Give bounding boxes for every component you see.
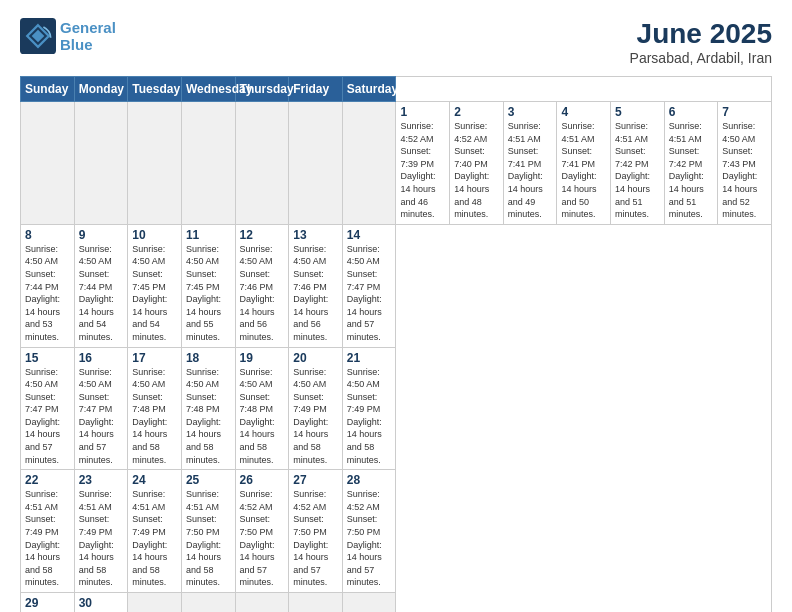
table-row <box>235 102 289 225</box>
table-row: 21Sunrise: 4:50 AMSunset: 7:49 PMDayligh… <box>342 347 396 470</box>
table-row: 13Sunrise: 4:50 AMSunset: 7:46 PMDayligh… <box>289 224 343 347</box>
table-row: 25Sunrise: 4:51 AMSunset: 7:50 PMDayligh… <box>181 470 235 593</box>
table-row: 15Sunrise: 4:50 AMSunset: 7:47 PMDayligh… <box>21 347 75 470</box>
table-row: 26Sunrise: 4:52 AMSunset: 7:50 PMDayligh… <box>235 470 289 593</box>
day-info: Sunrise: 4:50 AMSunset: 7:48 PMDaylight:… <box>186 366 231 467</box>
calendar-week-row: 8Sunrise: 4:50 AMSunset: 7:44 PMDaylight… <box>21 224 772 347</box>
day-number: 17 <box>132 351 177 365</box>
day-info: Sunrise: 4:51 AMSunset: 7:42 PMDaylight:… <box>669 120 714 221</box>
table-row: 16Sunrise: 4:50 AMSunset: 7:47 PMDayligh… <box>74 347 128 470</box>
calendar-header-row: Sunday Monday Tuesday Wednesday Thursday… <box>21 77 772 102</box>
table-row: 5Sunrise: 4:51 AMSunset: 7:42 PMDaylight… <box>611 102 665 225</box>
day-info: Sunrise: 4:52 AMSunset: 7:50 PMDaylight:… <box>240 488 285 589</box>
day-info: Sunrise: 4:50 AMSunset: 7:44 PMDaylight:… <box>25 243 70 344</box>
day-number: 25 <box>186 473 231 487</box>
table-row <box>181 102 235 225</box>
day-number: 19 <box>240 351 285 365</box>
day-info: Sunrise: 4:50 AMSunset: 7:47 PMDaylight:… <box>347 243 392 344</box>
day-info: Sunrise: 4:50 AMSunset: 7:43 PMDaylight:… <box>722 120 767 221</box>
day-number: 7 <box>722 105 767 119</box>
day-number: 14 <box>347 228 392 242</box>
day-number: 3 <box>508 105 553 119</box>
day-number: 30 <box>79 596 124 610</box>
day-info: Sunrise: 4:50 AMSunset: 7:44 PMDaylight:… <box>79 243 124 344</box>
day-info: Sunrise: 4:50 AMSunset: 7:46 PMDaylight:… <box>293 243 338 344</box>
day-info: Sunrise: 4:51 AMSunset: 7:49 PMDaylight:… <box>79 488 124 589</box>
table-row: 4Sunrise: 4:51 AMSunset: 7:41 PMDaylight… <box>557 102 611 225</box>
table-row: 9Sunrise: 4:50 AMSunset: 7:44 PMDaylight… <box>74 224 128 347</box>
day-number: 6 <box>669 105 714 119</box>
table-row <box>342 102 396 225</box>
table-row: 3Sunrise: 4:51 AMSunset: 7:41 PMDaylight… <box>503 102 557 225</box>
logo-icon <box>20 18 56 54</box>
col-tuesday: Tuesday <box>128 77 182 102</box>
table-row: 29Sunrise: 4:53 AMSunset: 7:50 PMDayligh… <box>21 593 75 613</box>
day-info: Sunrise: 4:50 AMSunset: 7:48 PMDaylight:… <box>132 366 177 467</box>
day-number: 28 <box>347 473 392 487</box>
day-info: Sunrise: 4:50 AMSunset: 7:48 PMDaylight:… <box>240 366 285 467</box>
calendar-table: Sunday Monday Tuesday Wednesday Thursday… <box>20 76 772 612</box>
day-number: 4 <box>561 105 606 119</box>
day-info: Sunrise: 4:50 AMSunset: 7:45 PMDaylight:… <box>186 243 231 344</box>
table-row <box>74 102 128 225</box>
day-number: 16 <box>79 351 124 365</box>
day-number: 26 <box>240 473 285 487</box>
table-row: 23Sunrise: 4:51 AMSunset: 7:49 PMDayligh… <box>74 470 128 593</box>
col-wednesday: Wednesday <box>181 77 235 102</box>
main-title: June 2025 <box>630 18 772 50</box>
table-row <box>289 593 343 613</box>
calendar-week-row: 29Sunrise: 4:53 AMSunset: 7:50 PMDayligh… <box>21 593 772 613</box>
day-number: 10 <box>132 228 177 242</box>
table-row: 14Sunrise: 4:50 AMSunset: 7:47 PMDayligh… <box>342 224 396 347</box>
day-info: Sunrise: 4:51 AMSunset: 7:49 PMDaylight:… <box>132 488 177 589</box>
table-row: 2Sunrise: 4:52 AMSunset: 7:40 PMDaylight… <box>450 102 504 225</box>
day-number: 22 <box>25 473 70 487</box>
table-row: 7Sunrise: 4:50 AMSunset: 7:43 PMDaylight… <box>718 102 772 225</box>
day-info: Sunrise: 4:50 AMSunset: 7:47 PMDaylight:… <box>25 366 70 467</box>
day-number: 11 <box>186 228 231 242</box>
day-info: Sunrise: 4:51 AMSunset: 7:41 PMDaylight:… <box>508 120 553 221</box>
col-saturday: Saturday <box>342 77 396 102</box>
day-number: 20 <box>293 351 338 365</box>
page: General Blue June 2025 Parsabad, Ardabil… <box>0 0 792 612</box>
table-row: 24Sunrise: 4:51 AMSunset: 7:49 PMDayligh… <box>128 470 182 593</box>
day-info: Sunrise: 4:50 AMSunset: 7:47 PMDaylight:… <box>79 366 124 467</box>
day-info: Sunrise: 4:52 AMSunset: 7:40 PMDaylight:… <box>454 120 499 221</box>
table-row: 1Sunrise: 4:52 AMSunset: 7:39 PMDaylight… <box>396 102 450 225</box>
day-info: Sunrise: 4:50 AMSunset: 7:49 PMDaylight:… <box>347 366 392 467</box>
logo: General Blue <box>20 18 116 54</box>
day-info: Sunrise: 4:51 AMSunset: 7:49 PMDaylight:… <box>25 488 70 589</box>
day-number: 15 <box>25 351 70 365</box>
day-info: Sunrise: 4:50 AMSunset: 7:49 PMDaylight:… <box>293 366 338 467</box>
table-row: 28Sunrise: 4:52 AMSunset: 7:50 PMDayligh… <box>342 470 396 593</box>
table-row: 18Sunrise: 4:50 AMSunset: 7:48 PMDayligh… <box>181 347 235 470</box>
table-row: 27Sunrise: 4:52 AMSunset: 7:50 PMDayligh… <box>289 470 343 593</box>
day-info: Sunrise: 4:52 AMSunset: 7:39 PMDaylight:… <box>400 120 445 221</box>
day-number: 13 <box>293 228 338 242</box>
day-number: 18 <box>186 351 231 365</box>
day-number: 1 <box>400 105 445 119</box>
table-row: 20Sunrise: 4:50 AMSunset: 7:49 PMDayligh… <box>289 347 343 470</box>
calendar-week-row: 22Sunrise: 4:51 AMSunset: 7:49 PMDayligh… <box>21 470 772 593</box>
day-number: 5 <box>615 105 660 119</box>
table-row: 19Sunrise: 4:50 AMSunset: 7:48 PMDayligh… <box>235 347 289 470</box>
day-info: Sunrise: 4:50 AMSunset: 7:45 PMDaylight:… <box>132 243 177 344</box>
title-block: June 2025 Parsabad, Ardabil, Iran <box>630 18 772 66</box>
day-number: 23 <box>79 473 124 487</box>
table-row: 10Sunrise: 4:50 AMSunset: 7:45 PMDayligh… <box>128 224 182 347</box>
table-row <box>235 593 289 613</box>
col-thursday: Thursday <box>235 77 289 102</box>
table-row: 8Sunrise: 4:50 AMSunset: 7:44 PMDaylight… <box>21 224 75 347</box>
table-row <box>289 102 343 225</box>
day-info: Sunrise: 4:52 AMSunset: 7:50 PMDaylight:… <box>347 488 392 589</box>
subtitle: Parsabad, Ardabil, Iran <box>630 50 772 66</box>
table-row <box>342 593 396 613</box>
table-row <box>181 593 235 613</box>
day-number: 9 <box>79 228 124 242</box>
day-info: Sunrise: 4:51 AMSunset: 7:41 PMDaylight:… <box>561 120 606 221</box>
table-row: 30Sunrise: 4:53 AMSunset: 7:50 PMDayligh… <box>74 593 128 613</box>
table-row <box>128 593 182 613</box>
logo-text: General Blue <box>60 19 116 54</box>
day-info: Sunrise: 4:51 AMSunset: 7:50 PMDaylight:… <box>186 488 231 589</box>
day-number: 8 <box>25 228 70 242</box>
